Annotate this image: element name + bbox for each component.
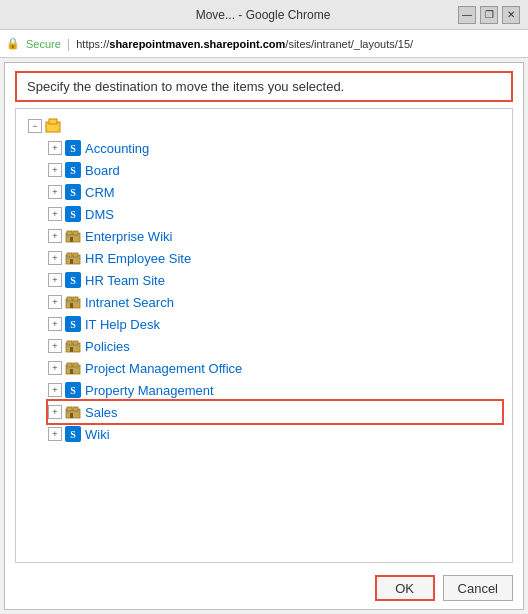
cancel-button[interactable]: Cancel	[443, 575, 513, 601]
address-separator: |	[67, 36, 70, 51]
svg-rect-28	[73, 363, 78, 367]
tree-node-policies[interactable]: + Policies	[48, 335, 502, 357]
tree-node-hr-team-site[interactable]: +SHR Team Site	[48, 269, 502, 291]
svg-rect-19	[76, 301, 78, 303]
title-bar: Move... - Google Chrome — ❐ ✕	[0, 0, 528, 30]
tree-label-dms[interactable]: DMS	[85, 207, 114, 222]
expand-btn-intranet-search[interactable]: +	[48, 295, 62, 309]
expand-btn-hr-employee-site[interactable]: +	[48, 251, 62, 265]
tree-label-sales[interactable]: Sales	[85, 405, 118, 420]
tree-area[interactable]: − +SAccounting+SBoard+SCRM+SDMS+ Enterpr	[15, 108, 513, 563]
svg-rect-21	[67, 341, 72, 345]
expand-btn-it-help-desk[interactable]: +	[48, 317, 62, 331]
expand-btn-accounting[interactable]: +	[48, 141, 62, 155]
svg-rect-34	[73, 407, 78, 411]
tree-node-wiki[interactable]: +SWiki	[48, 423, 502, 445]
tree-label-enterprise-wiki[interactable]: Enterprise Wiki	[85, 229, 172, 244]
tree-label-it-help-desk[interactable]: IT Help Desk	[85, 317, 160, 332]
tree-label-accounting[interactable]: Accounting	[85, 141, 149, 156]
svg-rect-15	[67, 297, 72, 301]
expand-btn-hr-team-site[interactable]: +	[48, 273, 62, 287]
root-icon	[44, 118, 62, 134]
site-icon	[64, 360, 82, 376]
minimize-button[interactable]: —	[458, 6, 476, 24]
tree-node-board[interactable]: +SBoard	[48, 159, 502, 181]
tree-children: +SAccounting+SBoard+SCRM+SDMS+ Enterpris…	[26, 137, 502, 445]
tree-label-hr-employee-site[interactable]: HR Employee Site	[85, 251, 191, 266]
svg-rect-10	[73, 253, 78, 257]
close-button[interactable]: ✕	[502, 6, 520, 24]
sp-icon: S	[64, 382, 82, 398]
svg-rect-6	[67, 235, 69, 237]
svg-rect-17	[70, 303, 73, 308]
expand-btn-enterprise-wiki[interactable]: +	[48, 229, 62, 243]
svg-rect-23	[70, 347, 73, 352]
expand-btn-policies[interactable]: +	[48, 339, 62, 353]
expand-btn-project-management[interactable]: +	[48, 361, 62, 375]
lock-icon: 🔒	[6, 37, 20, 50]
svg-rect-11	[70, 259, 73, 264]
svg-rect-27	[67, 363, 72, 367]
tree-node-project-management[interactable]: + Project Management Office	[48, 357, 502, 379]
expand-btn-property-management[interactable]: +	[48, 383, 62, 397]
tree-label-property-management[interactable]: Property Management	[85, 383, 214, 398]
svg-rect-7	[76, 235, 78, 237]
expand-btn-crm[interactable]: +	[48, 185, 62, 199]
svg-rect-13	[76, 257, 78, 259]
svg-rect-37	[76, 411, 78, 413]
svg-rect-35	[70, 413, 73, 418]
tree-label-board[interactable]: Board	[85, 163, 120, 178]
svg-rect-1	[49, 119, 57, 124]
sp-icon: S	[64, 184, 82, 200]
svg-rect-36	[67, 411, 69, 413]
tree-label-hr-team-site[interactable]: HR Team Site	[85, 273, 165, 288]
secure-text: Secure	[26, 38, 61, 50]
site-icon	[64, 404, 82, 420]
instruction-bar: Specify the destination to move the item…	[15, 71, 513, 102]
tree-node-it-help-desk[interactable]: +SIT Help Desk	[48, 313, 502, 335]
root-expand-btn[interactable]: −	[28, 119, 42, 133]
url-prefix: https://	[76, 38, 109, 50]
ok-button[interactable]: OK	[375, 575, 435, 601]
url-text: https://sharepointmaven.sharepoint.com/s…	[76, 38, 413, 50]
tree-node-hr-employee-site[interactable]: + HR Employee Site	[48, 247, 502, 269]
svg-rect-22	[73, 341, 78, 345]
sp-icon: S	[64, 426, 82, 442]
svg-rect-29	[70, 369, 73, 374]
tree-node-intranet-search[interactable]: + Intranet Search	[48, 291, 502, 313]
footer: OK Cancel	[5, 569, 523, 609]
url-domain: sharepointmaven.sharepoint.com	[109, 38, 285, 50]
site-icon	[64, 294, 82, 310]
sp-icon: S	[64, 206, 82, 222]
sp-icon: S	[64, 316, 82, 332]
root-row[interactable]: −	[26, 115, 502, 137]
tree-root: − +SAccounting+SBoard+SCRM+SDMS+ Enterpr	[26, 115, 502, 445]
expand-btn-wiki[interactable]: +	[48, 427, 62, 441]
expand-btn-dms[interactable]: +	[48, 207, 62, 221]
svg-rect-18	[67, 301, 69, 303]
tree-label-project-management[interactable]: Project Management Office	[85, 361, 242, 376]
expand-btn-sales[interactable]: +	[48, 405, 62, 419]
tree-node-dms[interactable]: +SDMS	[48, 203, 502, 225]
svg-rect-3	[67, 231, 72, 235]
title-bar-text: Move... - Google Chrome	[68, 8, 458, 22]
sp-icon: S	[64, 140, 82, 156]
sp-icon: S	[64, 272, 82, 288]
tree-node-crm[interactable]: +SCRM	[48, 181, 502, 203]
site-icon	[64, 338, 82, 354]
tree-label-intranet-search[interactable]: Intranet Search	[85, 295, 174, 310]
svg-rect-12	[67, 257, 69, 259]
tree-node-enterprise-wiki[interactable]: + Enterprise Wiki	[48, 225, 502, 247]
expand-btn-board[interactable]: +	[48, 163, 62, 177]
title-bar-controls: — ❐ ✕	[458, 6, 520, 24]
tree-label-policies[interactable]: Policies	[85, 339, 130, 354]
restore-button[interactable]: ❐	[480, 6, 498, 24]
svg-rect-30	[67, 367, 69, 369]
tree-node-property-management[interactable]: +SProperty Management	[48, 379, 502, 401]
tree-node-sales[interactable]: + Sales	[48, 401, 502, 423]
tree-label-crm[interactable]: CRM	[85, 185, 115, 200]
tree-label-wiki[interactable]: Wiki	[85, 427, 110, 442]
site-icon	[64, 228, 82, 244]
tree-node-accounting[interactable]: +SAccounting	[48, 137, 502, 159]
instruction-text: Specify the destination to move the item…	[27, 79, 344, 94]
